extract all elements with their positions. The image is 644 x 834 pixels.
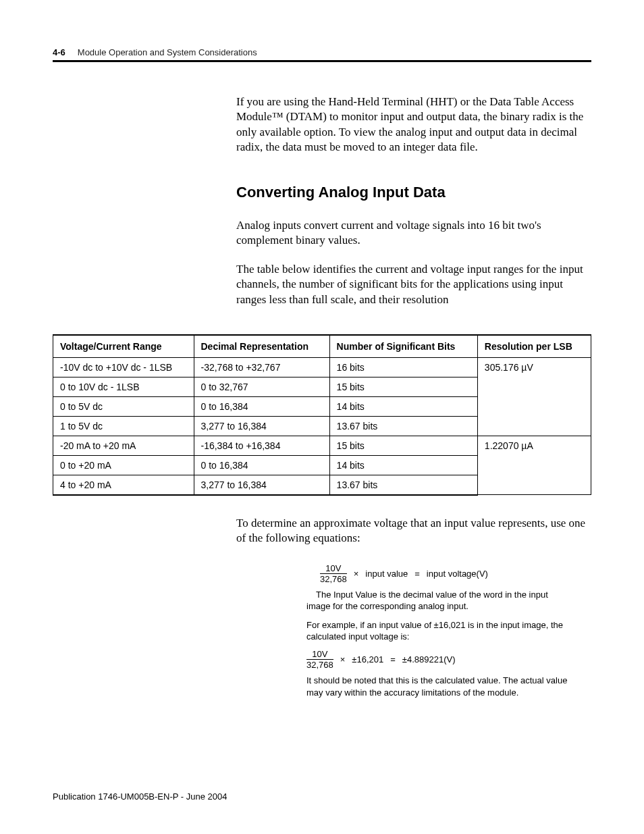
paragraph-2: Analog inputs convert current and voltag… — [236, 218, 587, 249]
cell-bits: 15 bits — [329, 436, 477, 455]
intro-paragraph: If you are using the Hand-Held Terminal … — [236, 95, 587, 155]
equation-1: 10V 32,768 × input value = input voltage… — [320, 564, 570, 583]
header-rule — [53, 60, 591, 62]
th-range: Voltage/Current Range — [53, 335, 194, 358]
times-operator: × — [340, 654, 346, 666]
equation-2: 10V 32,768 × ±16,201 = ±4.889221(V) — [306, 650, 570, 669]
equals-operator: = — [390, 654, 396, 666]
cell-bits: 15 bits — [329, 377, 477, 396]
equals-operator: = — [414, 568, 420, 580]
cell-range: -10V dc to +10V dc - 1LSB — [53, 357, 194, 377]
cell-bits: 13.67 bits — [329, 475, 477, 495]
note-disclaimer: It should be noted that this is the calc… — [306, 675, 570, 698]
equation-result: ±4.889221(V) — [402, 654, 456, 666]
fraction-numerator: 10V — [325, 564, 341, 573]
paragraph-3: The table below identifies the current a… — [236, 262, 587, 307]
subheading-converting: Converting Analog Input Data — [236, 182, 587, 202]
cell-decimal: -16,384 to +16,384 — [194, 436, 329, 455]
cell-bits: 14 bits — [329, 396, 477, 416]
cell-decimal: 0 to 16,384 — [194, 396, 329, 416]
equation-callout: 10V 32,768 × input value = input voltage… — [306, 564, 570, 698]
publication-line: Publication 1746-UM005B-EN-P - June 2004 — [53, 791, 227, 802]
equation-rhs1: input value — [365, 568, 408, 580]
cell-bits: 16 bits — [329, 357, 477, 377]
cell-range: 0 to 10V dc - 1LSB — [53, 377, 194, 396]
cell-decimal: 3,277 to 16,384 — [194, 416, 329, 436]
cell-range: 4 to +20 mA — [53, 475, 194, 495]
fraction-denominator: 32,768 — [306, 659, 333, 669]
table-header-row: Voltage/Current Range Decimal Representa… — [53, 335, 591, 358]
cell-range: 0 to +20 mA — [53, 455, 194, 475]
cell-decimal: 0 to 32,767 — [194, 377, 329, 396]
fraction-1: 10V 32,768 — [320, 564, 347, 583]
table-row: -20 mA to +20 mA -16,384 to +16,384 15 b… — [53, 436, 591, 455]
cell-decimal: -32,768 to +32,767 — [194, 357, 329, 377]
fraction-2: 10V 32,768 — [306, 650, 333, 669]
cell-decimal: 3,277 to 16,384 — [194, 475, 329, 495]
note-example: For example, if an input value of ±16,02… — [306, 619, 570, 643]
table-row: -10V dc to +10V dc - 1LSB -32,768 to +32… — [53, 357, 591, 377]
cell-bits: 14 bits — [329, 455, 477, 475]
times-operator: × — [354, 568, 359, 580]
running-header: 4-6 Module Operation and System Consider… — [53, 47, 591, 57]
th-decimal: Decimal Representation — [194, 335, 329, 358]
equation-mid: ±16,201 — [352, 654, 383, 666]
fraction-denominator: 32,768 — [320, 573, 347, 583]
cell-range: 0 to 5V dc — [53, 396, 194, 416]
page-number: 4-6 — [53, 47, 65, 57]
cell-resolution-voltage: 305.176 µV — [477, 357, 591, 436]
equation-rhs2: input voltage(V) — [427, 568, 488, 580]
note-inputvalue: The Input Value is the decimal value of … — [306, 589, 570, 613]
cell-range: -20 mA to +20 mA — [53, 436, 194, 455]
cell-bits: 13.67 bits — [329, 416, 477, 436]
paragraph-4: To determine an approximate voltage that… — [236, 516, 587, 546]
cell-decimal: 0 to 16,384 — [194, 455, 329, 475]
input-ranges-table: Voltage/Current Range Decimal Representa… — [53, 334, 591, 496]
section-title: Module Operation and System Consideratio… — [78, 47, 257, 57]
th-bits: Number of Significant Bits — [329, 335, 477, 358]
th-resolution: Resolution per LSB — [477, 335, 591, 358]
cell-resolution-current: 1.22070 µA — [477, 436, 591, 495]
cell-range: 1 to 5V dc — [53, 416, 194, 436]
fraction-numerator: 10V — [312, 650, 327, 659]
